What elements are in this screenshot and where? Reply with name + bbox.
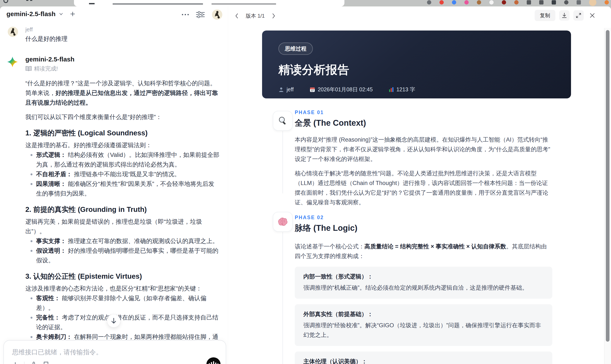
version-label: 版本 1/1 xyxy=(246,13,265,19)
author-meta: jeff xyxy=(279,86,294,93)
expand-icon xyxy=(575,13,582,18)
assistant-status-text: 精读完成! xyxy=(34,65,58,72)
browser-extension-icon[interactable] xyxy=(439,0,444,4)
app-window: gemini-2.5-flash xyxy=(0,6,611,364)
panel-scrollbar[interactable] xyxy=(604,28,611,364)
message-list: jeff 什么是好的推理 gemini xyxy=(0,22,228,364)
browser-reload-icon[interactable] xyxy=(3,0,8,3)
formula-paragraph: 该论述基于一个核心公式：高质量结论 = 结构完整性 × 事实准确性 × 认知自律… xyxy=(295,242,552,261)
bookmark-icon[interactable] xyxy=(43,361,49,364)
timeline-connector xyxy=(282,131,283,193)
next-version-button[interactable] xyxy=(269,11,279,21)
chevron-down-icon[interactable] xyxy=(58,11,64,16)
voice-waveform-button[interactable] xyxy=(206,357,221,364)
browser-extension-icon[interactable] xyxy=(514,0,518,4)
message-composer[interactable]: 思维接口已就绪，请传输指令。 xyxy=(3,340,226,364)
artifact-content: 思维过程 精读分析报告 jeff xyxy=(228,28,604,364)
close-icon xyxy=(589,13,595,18)
list-item: 不自相矛盾： 推理链条中不能出现“既是又非”的情况。 xyxy=(25,169,220,179)
phase-paragraph: 核心情境在于解决“思考的随意性”问题。不论是人类通过批判性思维进行决策，还是大语… xyxy=(295,169,552,207)
word-count-meta: 1213 字 xyxy=(389,86,415,93)
arrow-down-icon xyxy=(111,318,117,324)
attach-plus-icon[interactable] xyxy=(12,362,18,364)
fullscreen-button[interactable] xyxy=(573,10,584,21)
timeline-connector xyxy=(282,232,283,364)
browser-extension-icon[interactable] xyxy=(427,0,431,4)
section-intro: 逻辑再完美，如果前提是错误的，推理也是垃圾（即“垃圾进，垃圾出”）。 xyxy=(25,217,220,236)
artifact-panel: 版本 1/1 复制 xyxy=(228,6,611,364)
user-name: jeff xyxy=(25,26,228,33)
browser-extension-icon[interactable] xyxy=(605,0,609,4)
section-heading: 1. 逻辑的严密性 (Logical Soundness) xyxy=(25,125,220,137)
section-intro: 这涉及推理者的心态和方法论，也是区分“杠精”和“思想家”的关键： xyxy=(25,284,220,293)
browser-extension-icon[interactable] xyxy=(527,0,531,4)
browser-grid-icon[interactable] xyxy=(30,0,32,1)
report-badge: 思维过程 xyxy=(279,42,313,55)
list-item: 完备性： 考虑了对立的观点和潜在的反证，而不是只选择支持自己结论的证据。 xyxy=(25,313,220,332)
close-button[interactable] xyxy=(588,11,597,20)
browser-grid-icon[interactable] xyxy=(26,0,28,1)
browser-extension-icon[interactable] xyxy=(577,0,581,4)
phase-title: 脉络 (The Logic) xyxy=(295,223,552,234)
intro-paragraph: “什么是好的推理？”这是一个涉及逻辑学、认知科学和哲学核心的问题。简单来说，好的… xyxy=(25,78,220,107)
clipped-url-text xyxy=(113,3,203,4)
chat-title[interactable]: gemini-2.5-flash xyxy=(6,10,55,18)
clipped-glyph xyxy=(89,3,95,4)
section-heading: 2. 前提的真实性 (Grounding in Truth) xyxy=(25,202,220,214)
sparkle-diamonds-icon[interactable] xyxy=(30,361,37,364)
model-settings-sliders-icon[interactable] xyxy=(196,11,205,18)
browser-extensions xyxy=(427,0,609,6)
chat-header: gemini-2.5-flash xyxy=(0,6,228,22)
user-message: jeff 什么是好的推理 xyxy=(0,26,228,43)
lead-paragraph: 我们可以从以下四个维度来衡量什么是“好的推理”： xyxy=(25,112,220,122)
user-avatar[interactable] xyxy=(8,27,18,37)
book-icon xyxy=(25,66,32,72)
section-heading: 3. 认知的公正性 (Epistemic Virtues) xyxy=(25,269,220,281)
browser-extension-icon[interactable] xyxy=(564,0,569,4)
phase-1-icon-card xyxy=(273,111,292,131)
copy-button[interactable]: 复制 xyxy=(535,10,555,21)
phase-title: 全景 (The Context) xyxy=(295,117,552,129)
assistant-name: gemini-2.5-flash xyxy=(25,55,228,63)
previous-version-button[interactable] xyxy=(232,11,241,21)
bullet-list: 事实支撑： 推理建立在可靠的数据、准确的观测或公认的真理之上。 假设透明： 好的… xyxy=(25,236,220,265)
phase-label: PHASE 01 xyxy=(295,110,552,115)
browser-extension-icon[interactable] xyxy=(489,0,494,4)
chat-panel: gemini-2.5-flash xyxy=(0,6,228,364)
report-title: 精读分析报告 xyxy=(279,62,555,78)
report-meta: jeff 17 2026年01月08日 02:45 xyxy=(279,86,555,93)
phase-2-section: PHASE 02 脉络 (The Logic) 该论述基于一个核心公式：高质量结… xyxy=(295,215,552,364)
brain-icon xyxy=(278,217,288,226)
browser-profile-avatar[interactable] xyxy=(589,0,596,6)
phase-paragraph: 本内容是对“推理 (Reasoning)”这一抽象概念的高层建模。在知识爆炸与人… xyxy=(295,135,552,164)
assistant-response: “什么是好的推理？”这是一个涉及逻辑学、认知科学和哲学核心的问题。简单来说，好的… xyxy=(25,78,220,364)
browser-extension-icon[interactable] xyxy=(552,0,556,4)
user-message-text: 什么是好的推理 xyxy=(25,34,228,43)
toolbar-divider xyxy=(24,362,25,364)
browser-extension-icon[interactable] xyxy=(452,0,456,4)
browser-extension-icon[interactable] xyxy=(502,0,506,4)
browser-extension-icon[interactable] xyxy=(477,0,481,4)
more-options-icon[interactable] xyxy=(182,14,189,15)
composer-placeholder[interactable]: 思维接口已就绪，请传输指令。 xyxy=(12,348,218,357)
date-meta: 17 2026年01月08日 02:45 xyxy=(310,86,373,93)
clipped-url-text xyxy=(212,3,276,4)
phase-1-section: PHASE 01 全景 (The Context) 本内容是对“推理 (Reas… xyxy=(295,110,552,207)
scrollbar-thumb[interactable] xyxy=(606,30,610,342)
browser-extension-icon[interactable] xyxy=(464,0,469,4)
user-avatar[interactable] xyxy=(212,10,222,20)
browser-address-bar[interactable] xyxy=(74,0,345,6)
list-item: 客观性： 能够识别并尽量排除个人偏见（如幸存者偏差、确认偏差）。 xyxy=(25,293,220,313)
browser-extension-icon[interactable] xyxy=(539,0,544,4)
assistant-status: 精读完成! xyxy=(25,65,228,72)
download-button[interactable] xyxy=(559,10,570,21)
calendar-icon: 17 xyxy=(310,87,315,92)
download-icon xyxy=(561,13,567,18)
svg-text:17: 17 xyxy=(311,89,314,92)
bar-chart-icon xyxy=(389,87,394,92)
new-chat-button[interactable] xyxy=(70,11,76,17)
scroll-to-bottom-button[interactable] xyxy=(107,314,120,327)
report-header-card: 思维过程 精读分析报告 jeff xyxy=(262,30,571,98)
dimension-card: 内部一致性（形式逻辑）： 强调推理的“机械正确”。结论必须在给定的规则系统内逻辑… xyxy=(295,267,552,299)
dimension-card: 外部真实性（前提基础）： 强调推理的“经验校准”。解决“GIGO（垃圾进，垃圾出… xyxy=(295,304,552,346)
